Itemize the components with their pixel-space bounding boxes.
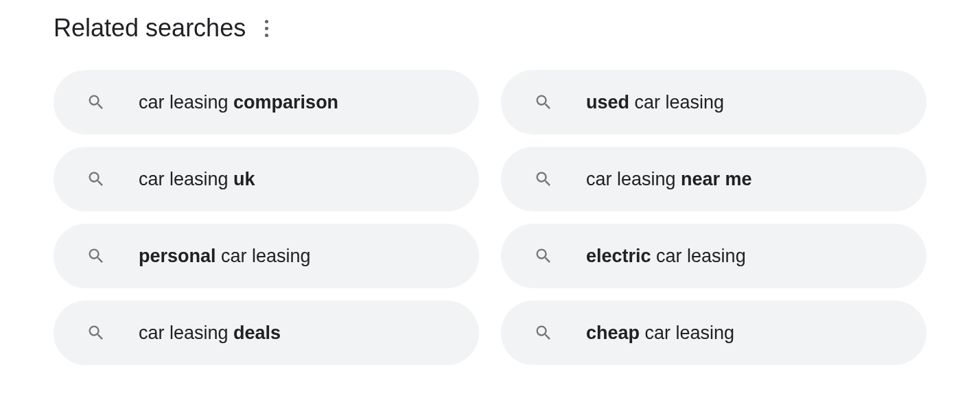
more-options-icon: [265, 20, 268, 23]
search-icon: [534, 170, 553, 189]
related-search-chip[interactable]: cheap car leasing: [501, 301, 926, 365]
related-search-chip[interactable]: electric car leasing: [501, 224, 926, 288]
search-icon: [86, 93, 106, 112]
search-icon: [534, 93, 553, 112]
chip-label: car leasing near me: [586, 169, 752, 190]
search-icon: [86, 170, 106, 189]
related-search-chip[interactable]: personal car leasing: [54, 224, 479, 288]
related-search-chip[interactable]: used car leasing: [501, 70, 926, 135]
section-title: Related searches: [54, 14, 246, 43]
chip-label: electric car leasing: [586, 246, 746, 267]
chip-label: used car leasing: [586, 92, 724, 113]
more-options-button[interactable]: [259, 14, 274, 43]
search-icon: [534, 246, 553, 266]
chip-label: car leasing uk: [139, 169, 255, 190]
search-icon: [534, 323, 553, 342]
chip-label: personal car leasing: [139, 246, 311, 267]
search-icon: [86, 246, 106, 266]
chip-label: car leasing deals: [139, 323, 281, 344]
search-icon: [86, 323, 106, 342]
related-search-chip[interactable]: car leasing deals: [54, 301, 479, 365]
related-search-chip[interactable]: car leasing comparison: [54, 70, 479, 135]
related-search-chip[interactable]: car leasing near me: [501, 147, 926, 211]
chip-label: car leasing comparison: [139, 92, 338, 113]
chip-label: cheap car leasing: [586, 323, 734, 344]
related-searches-grid: car leasing comparison used car leasing …: [54, 70, 926, 365]
related-search-chip[interactable]: car leasing uk: [54, 147, 479, 211]
related-searches-header: Related searches: [54, 14, 926, 43]
